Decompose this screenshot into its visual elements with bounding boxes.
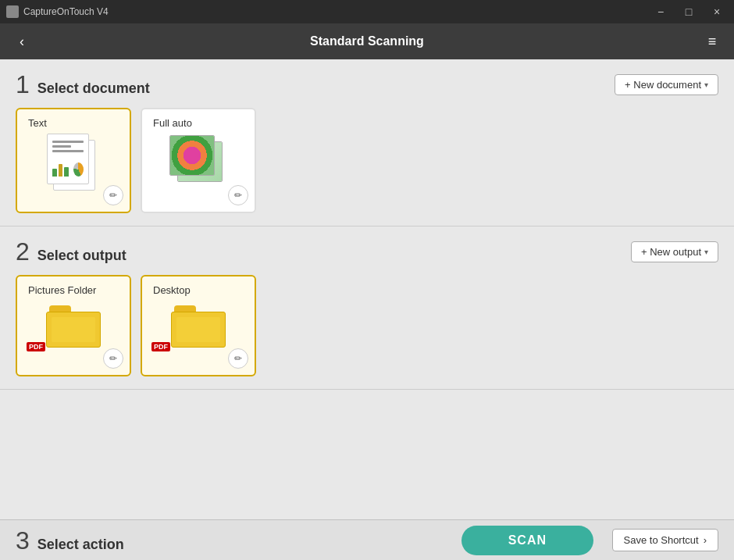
section-select-output: 2 Select output + New output ▾ Pictures … bbox=[0, 226, 734, 390]
section3-label-group: 3 Select action bbox=[16, 528, 124, 553]
new-output-button[interactable]: + New output ▾ bbox=[631, 241, 718, 262]
edit-pictures-folder-button[interactable]: ✏ bbox=[103, 348, 123, 369]
app-title: CaptureOnTouch V4 bbox=[23, 6, 109, 17]
doc-front bbox=[47, 134, 89, 184]
text-doc-icon bbox=[47, 134, 100, 192]
folder-body bbox=[171, 312, 226, 348]
output-card-desktop-label: Desktop bbox=[153, 284, 191, 296]
section1-title: 1 Select document bbox=[16, 72, 150, 97]
minimize-button[interactable]: − bbox=[650, 4, 672, 20]
doc-chart bbox=[52, 159, 84, 177]
doc-bar bbox=[59, 164, 63, 177]
edit-text-card-button[interactable]: ✏ bbox=[103, 185, 123, 205]
edit-desktop-button[interactable]: ✏ bbox=[228, 348, 248, 369]
menu-button[interactable]: ≡ bbox=[700, 29, 725, 54]
doc-card-full-auto-label: Full auto bbox=[153, 117, 192, 129]
title-bar: CaptureOnTouch V4 − □ × bbox=[0, 0, 734, 23]
close-button[interactable]: × bbox=[706, 4, 728, 20]
doc-line-short bbox=[52, 145, 71, 148]
main-content: 1 Select document + New document ▾ Text bbox=[0, 59, 734, 560]
output-card-pictures-folder[interactable]: Pictures Folder PDF ✏ bbox=[16, 275, 131, 376]
doc-card-full-auto-image bbox=[167, 135, 230, 190]
document-card-text[interactable]: Text bbox=[16, 108, 131, 213]
doc-line bbox=[52, 150, 84, 152]
scan-button[interactable]: SCAN bbox=[461, 526, 593, 555]
doc-bar bbox=[64, 167, 69, 177]
doc-lines bbox=[48, 134, 88, 158]
section2-title: 2 Select output bbox=[16, 239, 126, 264]
section-select-document: 1 Select document + New document ▾ Text bbox=[0, 59, 734, 226]
folder-icon-desktop bbox=[171, 305, 226, 351]
document-cards-row: Text bbox=[16, 108, 718, 213]
pdf-badge-pictures: PDF bbox=[27, 342, 45, 351]
pdf-badge-desktop: PDF bbox=[151, 342, 170, 351]
app-icon bbox=[6, 5, 19, 18]
maximize-button[interactable]: □ bbox=[678, 4, 700, 20]
doc-line bbox=[52, 141, 84, 143]
window-controls: − □ × bbox=[650, 4, 728, 20]
section3-number: 3 bbox=[16, 528, 30, 553]
photo-front bbox=[169, 135, 215, 176]
section3-label: Select action bbox=[37, 537, 124, 553]
output-cards-row: Pictures Folder PDF ✏ Desktop bbox=[16, 275, 718, 376]
output-card-desktop[interactable]: Desktop PDF ✏ bbox=[141, 275, 256, 376]
output-card-pictures-label: Pictures Folder bbox=[28, 284, 96, 296]
folder-body bbox=[46, 312, 101, 348]
new-document-button[interactable]: + New document ▾ bbox=[615, 74, 718, 95]
output-card-desktop-image bbox=[167, 302, 230, 353]
app-header: ‹ Standard Scanning ≡ bbox=[0, 23, 734, 59]
section2-number: 2 bbox=[16, 239, 30, 264]
section2-header: 2 Select output + New output ▾ bbox=[16, 239, 718, 264]
section2-label: Select output bbox=[37, 248, 126, 264]
edit-full-auto-card-button[interactable]: ✏ bbox=[228, 185, 248, 205]
save-to-shortcut-button[interactable]: Save to Shortcut › bbox=[612, 529, 718, 551]
document-card-full-auto[interactable]: Full auto ✏ bbox=[141, 108, 256, 213]
section1-header: 1 Select document + New document ▾ bbox=[16, 72, 718, 97]
doc-card-text-image bbox=[42, 135, 105, 190]
app-header-title: Standard Scanning bbox=[34, 34, 700, 48]
new-doc-dropdown-arrow: ▾ bbox=[704, 80, 708, 89]
folder-icon-pictures bbox=[46, 305, 101, 351]
section1-number: 1 bbox=[16, 72, 30, 97]
title-bar-left: CaptureOnTouch V4 bbox=[6, 5, 109, 18]
shortcut-arrow-icon: › bbox=[704, 534, 707, 546]
photo-flower bbox=[170, 136, 214, 175]
full-auto-icon bbox=[169, 135, 228, 190]
doc-bar bbox=[52, 169, 57, 177]
output-card-pictures-image bbox=[42, 302, 105, 353]
new-output-dropdown-arrow: ▾ bbox=[704, 248, 708, 256]
section1-label: Select document bbox=[37, 80, 150, 97]
back-button[interactable]: ‹ bbox=[9, 29, 34, 54]
doc-card-text-label: Text bbox=[28, 117, 47, 129]
bottom-bar: 3 Select action SCAN Save to Shortcut › bbox=[0, 519, 734, 560]
doc-pie bbox=[73, 162, 84, 177]
